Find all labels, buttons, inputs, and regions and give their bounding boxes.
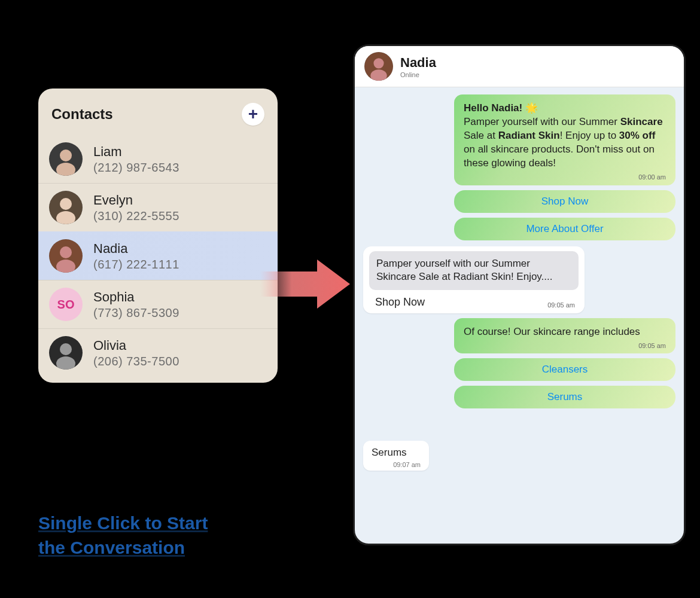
svg-point-10	[60, 343, 72, 355]
quick-reply-button[interactable]: More About Offer	[454, 218, 675, 240]
contact-row[interactable]: Nadia (617) 222-1111	[38, 231, 278, 280]
contact-phone: (773) 867-5309	[93, 306, 179, 320]
contacts-list: Liam (212) 987-6543 Evelyn (310) 222-555…	[38, 135, 278, 377]
quoted-text: Pamper yourself with our Summer Skincare…	[369, 251, 579, 291]
contact-phone: (212) 987-6543	[93, 161, 179, 175]
chat-body[interactable]: Hello Nadia! 🌟Pamper yourself with our S…	[355, 87, 684, 544]
contact-row[interactable]: SO Sophia (773) 867-5309	[38, 280, 278, 328]
timestamp: 09:05 am	[464, 341, 666, 350]
svg-point-4	[60, 198, 72, 210]
timestamp: 09:05 am	[547, 301, 575, 310]
contact-name: Olivia	[93, 338, 179, 353]
sent-message: Of course! Our skincare range includes09…	[454, 318, 675, 354]
avatar	[49, 239, 83, 273]
received-message: Pamper yourself with our Summer Skincare…	[363, 246, 585, 313]
message-text: Hello Nadia! 🌟Pamper yourself with our S…	[464, 102, 666, 170]
contacts-title: Contacts	[51, 106, 113, 123]
chat-header: Nadia Online	[355, 46, 684, 87]
chat-contact-name: Nadia	[400, 55, 436, 71]
svg-point-1	[60, 150, 72, 161]
sent-message: Hello Nadia! 🌟Pamper yourself with our S…	[454, 94, 675, 185]
message-text: Serums	[372, 447, 421, 459]
chat-status: Online	[400, 71, 436, 78]
svg-point-7	[60, 246, 72, 258]
timestamp: 09:07 am	[372, 461, 421, 468]
quick-reply-button[interactable]: Cleansers	[454, 358, 675, 381]
svg-point-14	[373, 58, 384, 68]
avatar	[49, 142, 83, 176]
contact-name: Nadia	[93, 241, 179, 257]
contact-name: Sophia	[93, 289, 179, 305]
quick-reply-button[interactable]: Serums	[454, 386, 675, 408]
contact-phone: (206) 735-7500	[93, 355, 179, 368]
svg-marker-12	[260, 260, 350, 309]
add-contact-button[interactable]: +	[242, 103, 264, 126]
contact-phone: (617) 222-1111	[93, 258, 179, 271]
contact-row[interactable]: Liam (212) 987-6543	[38, 135, 278, 183]
contacts-header: Contacts +	[38, 100, 278, 135]
avatar: SO	[49, 288, 83, 321]
avatar	[364, 52, 393, 81]
received-message: Serums09:07 am	[363, 441, 429, 471]
contact-row[interactable]: Evelyn (310) 222-5555	[38, 183, 278, 231]
contact-name: Evelyn	[93, 193, 179, 208]
arrow-icon	[260, 257, 350, 311]
chat-window: Nadia Online Hello Nadia! 🌟Pamper yourse…	[353, 44, 686, 545]
caption-line2: the Conversation	[38, 538, 185, 557]
contact-row[interactable]: Olivia (206) 735-7500	[38, 328, 278, 377]
avatar	[49, 336, 83, 370]
message-text: Of course! Our skincare range includes	[464, 325, 666, 339]
contacts-panel: Contacts + Liam (212) 987-6543 Evelyn (3…	[38, 89, 278, 383]
contact-phone: (310) 222-5555	[93, 209, 179, 223]
timestamp: 09:00 am	[464, 173, 666, 182]
caption-line1: Single Click to Start	[38, 513, 208, 533]
avatar	[49, 191, 83, 224]
quick-reply-button[interactable]: Shop Now	[454, 190, 675, 213]
caption-text: Single Click to Start the Conversation	[38, 511, 208, 560]
contact-name: Liam	[93, 144, 179, 160]
plus-icon: +	[248, 106, 258, 123]
message-text: Shop Now	[373, 295, 427, 309]
